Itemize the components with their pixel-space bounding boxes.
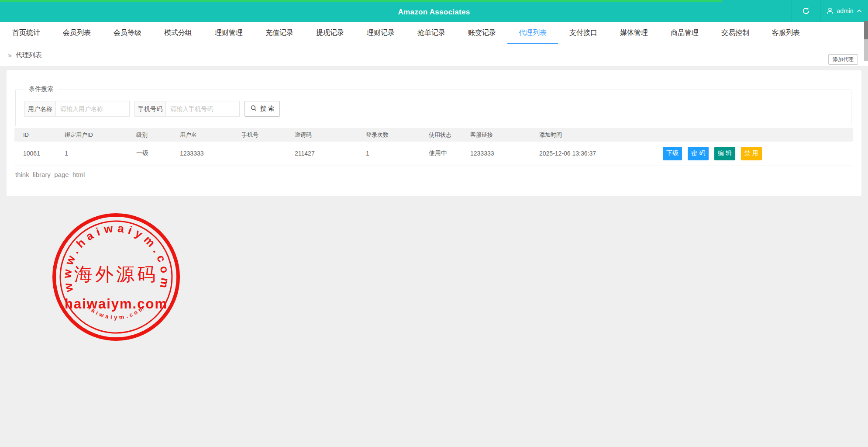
table-row: 10061 1 一级 1233333 211427 1 使用中 1233333 … <box>14 142 853 166</box>
nav-tab-media-mgmt[interactable]: 媒体管理 <box>609 22 659 44</box>
nav-tab-grab-order-records[interactable]: 抢单记录 <box>406 22 457 44</box>
refresh-icon <box>802 7 810 15</box>
col-header-invite-code: 邀请码 <box>295 128 366 142</box>
col-header-actions <box>646 128 853 142</box>
nav-tab-balance-records[interactable]: 账变记录 <box>457 22 507 44</box>
breadcrumb-bar: » 代理列表 添加代理 <box>0 44 868 66</box>
search-button[interactable]: 搜 索 <box>245 101 280 117</box>
edit-button[interactable]: 编 辑 <box>714 147 735 160</box>
scrollbar-thumb[interactable] <box>864 21 868 39</box>
nav-tab-home-stats[interactable]: 首页统计 <box>1 22 52 44</box>
admin-username: admin <box>837 7 853 14</box>
breadcrumb-arrow-icon: » <box>8 52 12 59</box>
col-header-username: 用户名 <box>180 128 241 142</box>
nav-tab-service-list[interactable]: 客服列表 <box>761 22 811 44</box>
password-button[interactable]: 密 码 <box>688 147 709 160</box>
nav-tab-withdraw-records[interactable]: 提现记录 <box>305 22 355 44</box>
search-icon <box>250 105 257 113</box>
agent-table: ID 绑定用户ID 级别 用户名 手机号 邀请码 登录次数 使用状态 客服链接 … <box>14 128 853 166</box>
status-badge: 使用中 <box>429 142 470 166</box>
search-panel: 条件搜索 用户名称 手机号码 搜 索 <box>15 90 851 126</box>
app-title: Amazon Associates <box>0 2 868 22</box>
cell-login-count: 1 <box>366 142 429 166</box>
page-note: think_library_page_html <box>15 171 85 178</box>
username-field-label: 用户名称 <box>24 101 56 117</box>
col-header-added-time: 添加时间 <box>539 128 646 142</box>
nav-tab-finance-records[interactable]: 理财记录 <box>355 22 406 44</box>
nav-tab-agent-list[interactable]: 代理列表 <box>507 22 558 44</box>
top-header: Amazon Associates admin <box>0 0 868 22</box>
col-header-status: 使用状态 <box>429 128 470 142</box>
nav-tab-product-mgmt[interactable]: 商品管理 <box>659 22 710 44</box>
col-header-bind-user-id: 绑定用户ID <box>65 128 136 142</box>
phone-input[interactable] <box>166 101 240 117</box>
search-form: 用户名称 手机号码 搜 索 <box>24 101 280 117</box>
add-agent-button[interactable]: 添加代理 <box>828 54 858 65</box>
search-button-label: 搜 索 <box>260 105 274 113</box>
admin-menu[interactable]: admin <box>820 0 868 22</box>
nav-tab-finance-mgmt[interactable]: 理财管理 <box>203 22 254 44</box>
chevron-up-icon <box>857 9 862 13</box>
cell-invite-code: 211427 <box>295 142 366 166</box>
cell-username: 1233333 <box>180 142 241 166</box>
col-header-id: ID <box>14 128 65 142</box>
breadcrumb: » 代理列表 <box>8 44 42 66</box>
breadcrumb-label: 代理列表 <box>16 51 42 59</box>
stamp-center-cn: 海外源码 <box>74 263 158 285</box>
cell-added-time: 2025-12-06 13:36:37 <box>539 142 646 166</box>
page: Amazon Associates admin <box>0 0 868 447</box>
user-icon <box>827 7 834 14</box>
header-actions: admin <box>792 0 868 22</box>
cell-bind-user-id: 1 <box>65 142 136 166</box>
table-header-row: ID 绑定用户ID 级别 用户名 手机号 邀请码 登录次数 使用状态 客服链接 … <box>14 128 853 142</box>
col-header-service-link: 客服链接 <box>470 128 539 142</box>
cell-id: 10061 <box>14 142 65 166</box>
cell-phone <box>241 142 295 166</box>
col-header-phone: 手机号 <box>241 128 295 142</box>
subordinates-button[interactable]: 下级 <box>663 147 682 160</box>
phone-field-label: 手机号码 <box>134 101 166 117</box>
refresh-button[interactable] <box>792 0 820 22</box>
row-actions: 下级 密 码 编 辑 禁 用 <box>646 147 853 160</box>
nav-tab-mode-group[interactable]: 模式分组 <box>153 22 203 44</box>
col-header-login-count: 登录次数 <box>366 128 429 142</box>
nav-tab-payment-api[interactable]: 支付接口 <box>558 22 609 44</box>
username-input[interactable] <box>56 101 130 117</box>
nav-tab-member-level[interactable]: 会员等级 <box>102 22 153 44</box>
col-header-level: 级别 <box>136 128 180 142</box>
nav-tab-trade-control[interactable]: 交易控制 <box>710 22 761 44</box>
search-panel-title: 条件搜索 <box>24 85 58 93</box>
stamp-center-en: haiwaiym.com <box>65 296 168 312</box>
watermark-stamp: www.haiwaiym.com 海外源码 haiwaiym.com haiwa… <box>51 211 182 343</box>
scrollbar-track[interactable] <box>864 39 868 61</box>
nav-tab-recharge-records[interactable]: 充值记录 <box>254 22 305 44</box>
cell-level: 一级 <box>136 142 180 166</box>
content-card: 条件搜索 用户名称 手机号码 搜 索 <box>7 70 861 196</box>
nav-tab-member-list[interactable]: 会员列表 <box>52 22 102 44</box>
cell-service-link: 1233333 <box>470 142 539 166</box>
main-nav: 首页统计 会员列表 会员等级 模式分组 理财管理 充值记录 提现记录 理财记录 … <box>0 22 868 44</box>
disable-button[interactable]: 禁 用 <box>741 147 762 160</box>
